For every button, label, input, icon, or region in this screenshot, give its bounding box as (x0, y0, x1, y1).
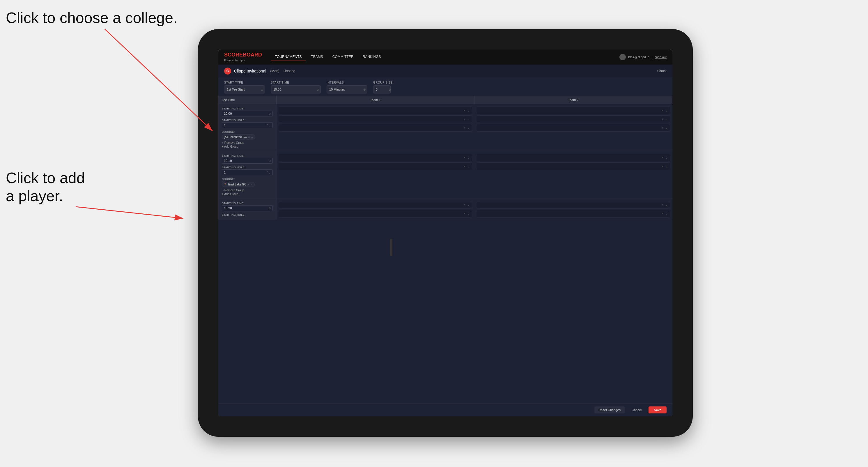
remove-player-btn[interactable]: × (463, 156, 466, 159)
reorder-player-btn[interactable]: ⌄ (467, 118, 470, 121)
remove-player-btn[interactable]: × (463, 203, 466, 207)
player-slot[interactable]: × ⌄ (477, 201, 670, 209)
starting-time-label: STARTING TIME: (222, 107, 273, 110)
starting-hole-label: STARTING HOLE: (222, 166, 273, 169)
nav-teams[interactable]: TEAMS (307, 53, 327, 61)
cancel-button[interactable]: Cancel (627, 406, 646, 413)
starting-hole-value-2[interactable]: 1 ⌃⌄ (222, 169, 273, 175)
svg-line-3 (76, 207, 183, 218)
remove-player-btn[interactable]: × (661, 156, 664, 159)
reorder-player-btn[interactable]: ⌄ (664, 203, 668, 207)
player-slot[interactable]: × ⌄ (477, 124, 670, 132)
remove-player-btn[interactable]: × (661, 212, 664, 215)
remove-group-1[interactable]: ○ Remove Group (222, 141, 273, 145)
player-slot[interactable]: × ⌄ (279, 124, 472, 132)
remove-player-btn[interactable]: × (661, 118, 664, 121)
reorder-player-btn[interactable]: ⌄ (467, 203, 470, 207)
player-slot[interactable]: × ⌄ (279, 115, 472, 123)
player-slot[interactable]: × ⌄ (477, 106, 670, 114)
reorder-player-btn[interactable]: ⌄ (467, 156, 470, 159)
remove-player-btn[interactable]: × (463, 212, 466, 215)
remove-group-2[interactable]: ○ Remove Group (222, 189, 273, 192)
starting-hole-value-1[interactable]: 1 ⌃⌄ (222, 122, 273, 128)
info-icon-2: ⌃⌄ (266, 124, 271, 127)
remove-player-btn[interactable]: × (463, 118, 466, 121)
svg-line-1 (105, 29, 213, 131)
arrow-add-player (67, 189, 195, 247)
nav-rankings[interactable]: RANKINGS (359, 53, 385, 61)
slot-actions: × ⌄ (661, 203, 668, 207)
group-left-1: STARTING TIME: 10:00 ⊙ STARTING HOLE: 1 … (218, 104, 277, 151)
course-label-2: COURSE: (222, 178, 273, 181)
player-slot[interactable]: × ⌄ (279, 210, 472, 217)
intervals-group: Intervals 10 Minutes 8 Minutes 12 Minute… (327, 81, 367, 93)
player-slot[interactable]: × ⌄ (477, 115, 670, 123)
reorder-player-btn[interactable]: ⌄ (664, 156, 668, 159)
back-button[interactable]: Back (657, 69, 666, 73)
course-tag-2[interactable]: 🏌 East Lake GC × ⌄ (222, 182, 255, 187)
player-slot[interactable]: × ⌄ (279, 162, 472, 170)
slot-actions: × ⌄ (661, 126, 668, 130)
remove-player-btn[interactable]: × (661, 165, 664, 168)
tablet-frame: SCOREBOARD Powered by clippd TOURNAMENTS… (198, 29, 693, 437)
reorder-player-btn[interactable]: ⌄ (664, 165, 668, 168)
tablet-side-button[interactable] (390, 239, 392, 256)
remove-player-btn[interactable]: × (463, 109, 466, 112)
remove-course-1[interactable]: × (248, 136, 249, 138)
start-time-input[interactable] (271, 85, 321, 93)
table-row: STARTING TIME: 10:00 ⊙ STARTING HOLE: 1 … (218, 104, 672, 151)
player-slot[interactable]: × ⌄ (477, 162, 670, 170)
reorder-player-btn[interactable]: ⌄ (467, 109, 470, 112)
reorder-player-btn[interactable]: ⌄ (467, 165, 470, 168)
starting-hole-label: STARTING HOLE: (222, 119, 273, 122)
reorder-player-btn[interactable]: ⌄ (664, 118, 668, 121)
player-slot[interactable]: × ⌄ (477, 210, 670, 217)
remove-player-btn[interactable]: × (463, 126, 466, 130)
starting-time-label: STARTING TIME: (222, 202, 273, 205)
team1-col-2: × ⌄ × ⌄ (277, 151, 474, 173)
course-expand-2[interactable]: ⌄ (250, 183, 253, 186)
player-slot[interactable]: × ⌄ (279, 106, 472, 114)
event-logo: C (224, 67, 231, 74)
player-slot[interactable]: × ⌄ (477, 154, 670, 161)
player-slot[interactable]: × ⌄ (279, 201, 472, 209)
remove-course-2[interactable]: × (247, 183, 249, 186)
sign-out-link[interactable]: Sign out (655, 55, 666, 59)
player-slot[interactable]: × ⌄ (279, 154, 472, 161)
add-group-2[interactable]: + Add Group (222, 192, 273, 196)
team2-col-2: × ⌄ × ⌄ (474, 151, 672, 173)
reorder-player-btn[interactable]: ⌄ (664, 126, 668, 130)
starting-time-value-1[interactable]: 10:00 ⊙ (222, 111, 273, 117)
intervals-select[interactable]: 10 Minutes 8 Minutes 12 Minutes (327, 85, 367, 93)
footer-bar: Reset Changes Cancel Save (218, 403, 672, 416)
reorder-player-btn[interactable]: ⌄ (664, 212, 668, 215)
remove-player-btn[interactable]: × (661, 126, 664, 130)
nav-committee[interactable]: COMMITTEE (328, 53, 358, 61)
reorder-player-btn[interactable]: ⌄ (467, 212, 470, 215)
annotation-top: Click to choose a college. (6, 9, 178, 27)
team2-col-1: × ⌄ × ⌄ × (474, 104, 672, 134)
course-expand-1[interactable]: ⌄ (251, 136, 253, 138)
start-type-select[interactable]: 1st Tee Start Shotgun Start (224, 85, 265, 93)
col-tee-time: Tee Time (218, 96, 277, 104)
slot-actions: × ⌄ (661, 118, 668, 121)
nav-tournaments[interactable]: TOURNAMENTS (271, 53, 306, 61)
add-group-1[interactable]: + Add Group (222, 145, 273, 148)
save-button[interactable]: Save (649, 406, 666, 413)
col-team2: Team 2 (474, 96, 672, 104)
reset-changes-button[interactable]: Reset Changes (594, 406, 625, 413)
starting-time-value-2[interactable]: 10:10 ⊙ (222, 158, 273, 164)
start-type-wrapper: 1st Tee Start Shotgun Start (224, 85, 265, 93)
col-team1: Team 1 (277, 96, 474, 104)
slot-actions: × ⌄ (661, 156, 668, 159)
reorder-player-btn[interactable]: ⌄ (664, 109, 668, 112)
starting-time-value-3[interactable]: 10:20 ⊙ (222, 205, 273, 211)
remove-player-btn[interactable]: × (661, 203, 664, 207)
remove-player-btn[interactable]: × (661, 109, 664, 112)
info-icon-5: ⊙ (268, 207, 271, 210)
remove-player-btn[interactable]: × (463, 165, 466, 168)
reorder-player-btn[interactable]: ⌄ (467, 126, 470, 130)
course-tag-1[interactable]: (A) Peachtree GC × ⌄ (222, 134, 255, 139)
group-size-select[interactable]: 3 2 4 (373, 85, 391, 93)
intervals-wrapper: 10 Minutes 8 Minutes 12 Minutes (327, 85, 367, 93)
